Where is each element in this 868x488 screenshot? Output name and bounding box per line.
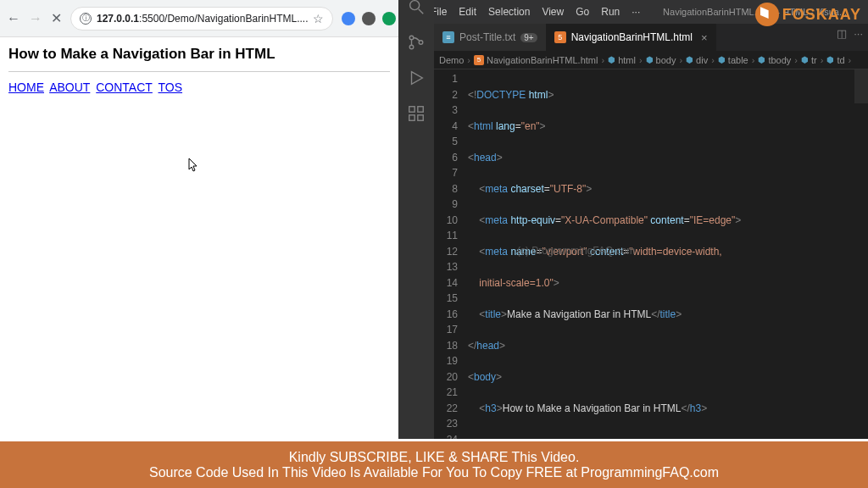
tab-controls: ◫ ··· [837, 27, 863, 40]
menu-more-icon[interactable]: ··· [626, 4, 645, 19]
watermark: (c) ProgrammingFAQ.com [517, 243, 635, 259]
nav-link-home[interactable]: HOME [8, 80, 44, 94]
breadcrumb-item: ⬢div [686, 55, 708, 65]
tab-badge: 9+ [520, 33, 537, 42]
svg-line-1 [419, 9, 424, 14]
source-control-icon[interactable] [406, 32, 426, 53]
svg-point-0 [410, 1, 420, 10]
banner-line-2: Source Code Used In This Video Is Availa… [149, 465, 719, 480]
debug-icon[interactable] [406, 68, 426, 88]
nav-links: HOME ABOUT CONTACT TOS [8, 80, 390, 94]
back-button[interactable]: ← [7, 10, 20, 27]
svg-rect-9 [418, 107, 423, 112]
logo-text: FOSKAAY [782, 6, 861, 24]
url-text: 127.0.0.1:5500/Demo/NavigationBarinHTML.… [97, 13, 308, 25]
file-icon: ≡ [442, 31, 454, 43]
logo-icon [755, 3, 779, 26]
extension-icon[interactable] [362, 12, 376, 25]
close-icon[interactable]: × [701, 31, 708, 44]
browser-window: ← → ✕ ⓘ 127.0.0.1:5500/Demo/NavigationBa… [0, 0, 398, 488]
banner-line-1: Kindly SUBSCRIBE, LIKE & SHARE This Vide… [289, 450, 580, 465]
editor-area[interactable]: 1234567891011121314151617181920212223242… [398, 69, 868, 488]
tab-label: Post-Title.txt [459, 31, 515, 43]
info-icon[interactable]: ⓘ [80, 13, 92, 25]
search-icon[interactable] [406, 0, 426, 17]
breadcrumb-item: ⬢td [826, 55, 844, 65]
page-content: How to Make a Navigation Bar in HTML HOM… [0, 37, 398, 488]
tab-post-title[interactable]: ≡ Post-Title.txt 9+ [434, 24, 546, 51]
tab-label: NavigationBarinHTML.html [571, 31, 693, 43]
browser-chrome: ← → ✕ ⓘ 127.0.0.1:5500/Demo/NavigationBa… [0, 0, 398, 37]
breadcrumb-item: ⬢body [646, 55, 676, 65]
minimap[interactable] [853, 69, 868, 488]
breadcrumb[interactable]: Demo› 5NavigationBarinHTML.html› ⬢html› … [398, 51, 868, 69]
page-heading: How to Make a Navigation Bar in HTML [8, 46, 390, 63]
svg-rect-6 [409, 107, 415, 112]
line-numbers: 1234567891011121314151617181920212223242… [434, 69, 468, 488]
banner: Kindly SUBSCRIBE, LIKE & SHARE This Vide… [0, 439, 868, 488]
activity-bar [398, 0, 434, 488]
svg-point-2 [409, 36, 414, 40]
tab-navigationbar[interactable]: 5 NavigationBarinHTML.html × [546, 24, 716, 51]
split-icon[interactable]: ◫ [837, 27, 847, 40]
breadcrumb-item: Demo [439, 55, 464, 65]
menu-view[interactable]: View [537, 4, 569, 19]
extensions-icon[interactable] [406, 103, 426, 124]
url-bar[interactable]: ⓘ 127.0.0.1:5500/Demo/NavigationBarinHTM… [70, 7, 333, 30]
vscode-window: File Edit Selection View Go Run ··· Navi… [398, 0, 868, 488]
stop-button[interactable]: ✕ [51, 10, 62, 27]
nav-link-tos[interactable]: TOS [159, 80, 183, 94]
extension-icon[interactable] [342, 12, 355, 25]
file-icon: 5 [554, 31, 566, 43]
logo-overlay: FOSKAAY [755, 3, 861, 26]
nav-link-contact[interactable]: CONTACT [96, 80, 153, 94]
breadcrumb-item: ⬢tr [801, 55, 817, 65]
extension-icons [342, 12, 396, 25]
breadcrumb-item: 5NavigationBarinHTML.html [474, 55, 598, 65]
menu-selection[interactable]: Selection [483, 4, 535, 19]
bookmark-icon[interactable]: ☆ [313, 12, 324, 25]
svg-point-3 [409, 45, 414, 49]
nav-link-about[interactable]: ABOUT [49, 80, 90, 94]
divider [8, 71, 390, 72]
cursor-icon [188, 158, 200, 175]
forward-button[interactable]: → [29, 10, 42, 27]
menu-run[interactable]: Run [596, 4, 625, 19]
menu-edit[interactable]: Edit [453, 4, 481, 19]
more-icon[interactable]: ··· [854, 27, 863, 40]
extension-icon[interactable] [382, 12, 396, 25]
code-editor[interactable]: <!DOCTYPE html> <html lang="en"> <head> … [468, 69, 853, 488]
menu-go[interactable]: Go [570, 4, 594, 19]
breadcrumb-item: ⬢tbody [758, 55, 791, 65]
svg-point-4 [419, 41, 423, 45]
tabs-bar: ≡ Post-Title.txt 9+ 5 NavigationBarinHTM… [398, 24, 868, 51]
breadcrumb-item: ⬢table [718, 55, 748, 65]
svg-rect-7 [409, 115, 415, 120]
svg-marker-5 [412, 72, 423, 85]
breadcrumb-item: ⬢html [608, 55, 636, 65]
svg-rect-8 [418, 115, 423, 120]
